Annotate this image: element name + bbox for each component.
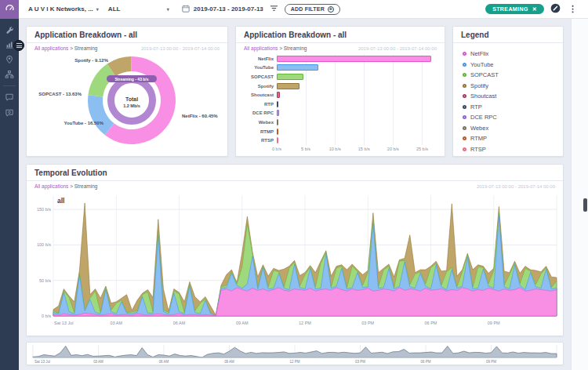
donut-chart[interactable]: Streaming - 43 b/sTotal1.2 Mb/sNetFlix -… [27,51,227,151]
bar-webex[interactable] [277,119,278,125]
legend-item-spotify[interactable]: Spotify [463,81,554,92]
bar-row: NetFlix [277,54,437,63]
breadcrumb-all-applications[interactable]: All applications [34,45,68,51]
hbar-chart[interactable]: NetFlixYouTubeSOPCASTSpotifyShoutcastRTP… [236,51,445,153]
bar-netflix[interactable] [277,56,431,62]
legend-color-icon [463,115,466,119]
gauge-icon [5,2,15,16]
bar-dce-rpc[interactable] [277,110,279,116]
legend-label: SOPCAST [470,71,499,78]
svg-text:12 PM: 12 PM [290,360,300,364]
bar-row: Spotify [277,82,437,91]
legend-item-shoutcast[interactable]: Shoutcast [463,91,554,102]
svg-text:09 AM: 09 AM [224,360,234,364]
svg-text:09 AM: 09 AM [236,321,249,325]
svg-text:06 AM: 06 AM [173,321,186,325]
bar-youtube[interactable] [277,64,318,71]
legend-item-youtube[interactable]: YouTube [463,60,554,71]
legend-label: Webex [470,125,488,132]
panel-meta: All applications > Streaming 2019-07-13 … [27,43,227,51]
top-cards-row: Application Breakdown - all All applicat… [26,26,564,157]
svg-text:0 b/s: 0 b/s [42,314,51,318]
panel-date-range: 2019-07-13 00:00 - 2019-07-14 00:00 [141,46,220,51]
overview-timeline[interactable]: Sat 13 Jul03 AM06 AM09 AM12 PM03 PM06 PM… [26,342,564,365]
filter-chip-streaming[interactable]: STREAMING ✕ [485,4,544,14]
bar-row: Shoutcast [277,90,437,100]
panel-title: Legend [453,27,563,43]
legend-label: Shoutcast [470,92,496,100]
svg-text:03 AM: 03 AM [110,321,122,325]
overview-area-chart[interactable]: Sat 13 Jul03 AM06 AM09 AM12 PM03 PM06 PM… [30,343,560,365]
sidebar-item-dashboard[interactable] [0,0,19,19]
bar-shoutcast[interactable] [277,92,280,98]
bar-row: Webex [277,118,437,127]
svg-text:1.2 Mb/s: 1.2 Mb/s [123,103,140,108]
legend-item-netflix[interactable]: NetFlix [463,49,554,60]
wrench-icon [5,25,14,34]
panel-legend: Legend NetFlixYouTubeSOPCASTSpotifyShout… [452,26,564,157]
chat-bubble-icon [5,92,14,102]
scrollbar-thumb[interactable] [583,198,587,212]
date-range-picker[interactable]: 2019-07-13 - 2019-07-13 [182,5,263,14]
scope-dropdown[interactable]: ALL ▾ [108,5,169,13]
breadcrumb-all-applications[interactable]: All applications [34,183,68,189]
legend-item-dce-rpc[interactable]: DCE RPC [463,112,554,123]
panel-app-breakdown-donut: Application Breakdown - all All applicat… [26,26,228,157]
bar-spotify[interactable] [277,83,299,89]
bar-rtmp[interactable] [277,129,278,135]
bar-rtp[interactable] [277,101,278,107]
legend-label: RTSP [470,146,486,153]
svg-text:06 PM: 06 PM [425,321,437,325]
hbar-plot: NetFlixYouTubeSOPCASTSpotifyShoutcastRTP… [277,54,437,145]
legend-color-icon [463,94,466,98]
svg-text:all: all [57,197,64,205]
sidebar-item-feedback[interactable] [0,107,19,119]
bar-label: DCE RPC [241,111,274,115]
bar-label: RTSP [241,138,274,143]
legend-label: Spotify [470,82,488,89]
sidebar-collapse-button[interactable] [13,40,24,51]
filter-chip-label: STREAMING [492,6,528,12]
sidebar-item-chat[interactable] [0,91,19,103]
bar-label: Shoutcast [241,92,274,97]
legend-item-rtsp[interactable]: RTSP [463,144,554,155]
kebab-menu-icon[interactable]: ⋮ [567,4,579,14]
temporal-area-chart[interactable]: 0 b/s50 b/s100 b/s150 b/sSat 13 Jul03 AM… [27,189,563,330]
panel-temporal-evolution: Temporal Evolution All applications > St… [26,164,564,336]
legend-label: RTP [470,103,482,111]
svg-text:Sat 13 Jul: Sat 13 Jul [34,360,50,364]
breadcrumb-current: Streaming [74,183,98,189]
legend-color-icon [463,73,466,77]
scope-dropdown-label: ALL [108,5,121,13]
svg-text:03 PM: 03 PM [361,321,374,325]
sidebar-item-tools[interactable] [0,24,19,36]
legend-item-webex[interactable]: Webex [463,123,554,134]
bar-sopcast[interactable] [277,74,303,80]
bar-row: DCE RPC [277,109,437,118]
bar-label: YouTube [241,65,274,70]
legend-item-rtp[interactable]: RTP [463,102,554,113]
panel-date-range: 2019-07-13 00:00 - 2019-07-14 00:00 [477,184,555,189]
date-range-value: 2019-07-13 - 2019-07-13 [194,5,263,13]
scrollbar-track[interactable] [571,19,588,370]
hbar-axis: 0 b/s5 b/s10 b/s15 b/s20 b/s25 b/s [277,145,437,153]
breadcrumb-all-applications[interactable]: All applications [244,45,278,51]
x-axis-tick: 25 b/s [416,147,428,151]
x-axis-tick: 5 b/s [301,147,310,151]
sidebar-item-network-topology[interactable] [0,68,19,81]
org-dropdown[interactable]: A U V I K Networks, ... ▾ [28,5,99,13]
bar-rtsp[interactable] [277,137,278,143]
sidebar-item-map[interactable] [0,53,19,66]
bar-row: RTSP [277,136,437,145]
add-filter-button[interactable]: ADD FILTER + [285,4,340,15]
calendar-icon [182,5,190,14]
legend-label: NetFlix [470,50,488,57]
legend-item-rtmp[interactable]: RTMP [463,133,554,144]
breadcrumb-separator: > [70,45,73,51]
filter-lines-icon[interactable] [270,5,278,13]
chip-remove-icon[interactable]: ✕ [532,6,537,13]
legend-item-sopcast[interactable]: SOPCAST [463,70,554,81]
legend-label: DCE RPC [470,114,497,121]
svg-text:150 b/s: 150 b/s [37,207,51,212]
edit-circle-icon[interactable] [550,3,561,15]
